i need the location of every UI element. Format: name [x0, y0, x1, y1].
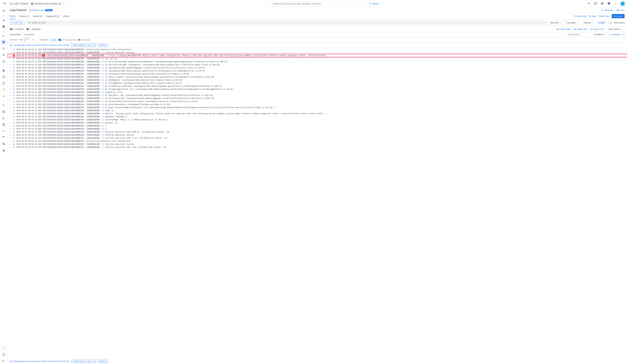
expand-row-icon[interactable]: ›	[10, 49, 12, 51]
extend-time-button[interactable]: Extend time by: 1 hour ▾	[71, 44, 96, 47]
wrap-lines-toggle[interactable]: Wrap lines	[78, 39, 90, 41]
log-row[interactable]: ›2024-05-03 09:52:22.805ext-firestore-ve…	[7, 103, 627, 106]
find-in-results[interactable]	[566, 33, 590, 36]
nav-trends-icon[interactable]	[0, 128, 7, 134]
global-search-button[interactable]: Search	[367, 1, 381, 6]
expand-row-icon[interactable]: ›	[10, 128, 12, 130]
log-row[interactable]: ›2024-05-03 09:52:22.805ext-firestore-ve…	[7, 109, 627, 112]
expand-row-icon[interactable]: ›	[10, 79, 12, 81]
nav-recommendations-icon[interactable]	[0, 134, 7, 141]
expand-row-icon[interactable]: ›	[10, 116, 12, 118]
nav-logs-router-icon[interactable]	[0, 46, 7, 52]
log-row[interactable]: ›2024-05-03 09:52:22.805ext-firestore-ve…	[7, 82, 627, 85]
nav-error-reporting-icon[interactable]	[0, 74, 7, 80]
expand-row-icon[interactable]: ›	[10, 61, 12, 63]
expand-row-icon[interactable]: ›	[10, 103, 12, 105]
expand-row-icon[interactable]: ›	[10, 140, 12, 142]
expand-row-icon[interactable]: ›	[10, 76, 12, 78]
tab-library[interactable]: Library	[63, 13, 69, 19]
expand-row-icon[interactable]: ›	[10, 52, 12, 53]
log-row[interactable]: ›2024-05-03 09:52:22.805ext-firestore-ve…	[7, 66, 627, 69]
share-link-button[interactable]: Share link	[601, 9, 613, 11]
timezone-picker[interactable]: CEST ▾	[24, 38, 29, 42]
log-row[interactable]: ›2024-05-03 09:52:17.309ext-firestore-ve…	[7, 48, 627, 51]
time-format-picker[interactable]: ▾	[32, 39, 34, 41]
expand-row-icon[interactable]: ›	[10, 131, 12, 133]
log-row[interactable]: ›2024-05-03 09:52:22.805ext-firestore-ve…	[7, 121, 627, 124]
edit-summary-button[interactable]: Edit	[50, 39, 57, 41]
search-fields-input[interactable]	[32, 22, 545, 24]
nav-marketplace-icon[interactable]	[1, 346, 6, 351]
log-row[interactable]: ›2024-05-03 09:52:22.805ext-firestore-ve…	[7, 118, 627, 121]
log-list[interactable]: ›2024-05-03 09:52:17.309ext-firestore-ve…	[7, 48, 627, 359]
jump-to-now-button[interactable]: Jump to now	[590, 27, 604, 31]
edit-time-button[interactable]: Edit time	[98, 44, 108, 47]
tab-saved[interactable]: Saved (0)	[33, 13, 42, 19]
log-row[interactable]: ›2024-05-03 09:52:22.916ext-firestore-ve…	[7, 133, 627, 137]
expand-row-icon[interactable]: ›	[10, 54, 12, 57]
log-row[interactable]: ›2024-05-03 09:52:22.805ext-firestore-ve…	[7, 63, 627, 66]
global-search-input[interactable]	[271, 1, 367, 6]
time-range-chip[interactable]: Last 1 hour	[10, 21, 25, 25]
expand-row-icon[interactable]: ›	[10, 64, 12, 66]
log-row[interactable]: ›2024-05-03 09:52:22.805ext-firestore-ve…	[7, 78, 627, 82]
nav-settings-icon[interactable]	[0, 141, 7, 147]
notifications-icon[interactable]	[600, 1, 604, 6]
search-fields[interactable]	[27, 21, 547, 25]
expand-row-icon[interactable]: ›	[10, 119, 12, 121]
log-row[interactable]: ›2024-05-03 09:52:22.805ext-firestore-ve…	[7, 124, 627, 127]
expand-row-icon[interactable]: ›	[10, 85, 12, 87]
log-row[interactable]: ›2024-05-03 09:52:22.805ext-firestore-ve…	[7, 69, 627, 72]
nav-trace-icon[interactable]	[0, 102, 7, 108]
nav-permissions-icon[interactable]	[0, 147, 7, 153]
find-input[interactable]	[568, 33, 591, 36]
extend-time-dropdown[interactable]: ▾	[93, 44, 96, 47]
sort-asc-icon[interactable]: ↑	[30, 39, 31, 41]
expand-row-icon[interactable]: ›	[10, 94, 12, 96]
log-row[interactable]: ›2024-05-03 09:52:17.394ext-firestore-ve…	[7, 51, 627, 54]
expand-row-icon[interactable]: ›	[10, 57, 12, 60]
log-row[interactable]: ›2024-05-03 09:52:22.805ext-firestore-ve…	[7, 72, 627, 75]
expand-row-icon[interactable]: ›	[10, 73, 12, 75]
extend-time-button[interactable]: Extend time by: 1 hour ▾	[71, 360, 96, 363]
more-actions-dropdown[interactable]: More actions	[607, 27, 625, 31]
log-row[interactable]: ›2024-05-03 09:52:22.805ext-firestore-ve…	[7, 88, 627, 91]
gemini-icon[interactable]	[587, 1, 591, 6]
expand-row-icon[interactable]: ›	[10, 137, 12, 139]
log-row[interactable]: ›2024-05-03 09:52:22.805ext-firestore-ve…	[7, 94, 627, 97]
nav-grid-icon[interactable]	[0, 24, 7, 30]
expand-row-icon[interactable]: ›	[10, 67, 12, 69]
nav-collapse-icon[interactable]	[0, 358, 7, 364]
nav-analytics-icon[interactable]	[0, 58, 7, 64]
nav-overview-icon[interactable]	[0, 8, 7, 14]
log-row[interactable]: ›2024-05-03 09:52:22.805ext-firestore-ve…	[7, 106, 627, 109]
log-row[interactable]: ›2024-05-03 09:52:22.904ext-firestore-ve…	[7, 130, 627, 133]
log-row[interactable]: ›2024-05-03 09:52:22.805ext-firestore-ve…	[7, 127, 627, 130]
nav-metrics-icon[interactable]	[0, 33, 7, 39]
log-row[interactable]: ›2024-05-03 09:52:22.805ext-firestore-ve…	[7, 115, 627, 118]
stream-logs-button[interactable]: Stream logs	[599, 15, 609, 17]
histogram-toggle[interactable]	[26, 28, 31, 30]
log-row[interactable]: ›2024-05-03 09:52:24.045ext-firestore-ve…	[7, 143, 627, 146]
log-row[interactable]: ›2024-05-03 09:52:22.805⊘ ext-firestore-…	[7, 54, 627, 57]
expand-row-icon[interactable]: ›	[10, 97, 12, 100]
log-row[interactable]: ›2024-05-03 09:52:22.805ext-firestore-ve…	[7, 85, 627, 88]
log-row[interactable]: ›2024-05-03 09:52:22.805ext-firestore-ve…	[7, 60, 627, 63]
expand-row-icon[interactable]: ›	[10, 143, 12, 145]
nav-uptime-icon[interactable]	[0, 80, 7, 86]
project-picker[interactable]: Firestore Vector Search Lab	[30, 2, 66, 6]
log-row[interactable]: ›2024-05-03 09:52:22.805ext-firestore-ve…	[7, 97, 627, 100]
run-query-button[interactable]: Run query	[612, 14, 625, 18]
edit-time-button[interactable]: Edit time	[98, 360, 108, 363]
learn-button[interactable]: Learn	[617, 9, 625, 11]
log-fields-toggle[interactable]	[10, 28, 14, 30]
log-row[interactable]: ›2024-05-03 09:52:24.050ext-firestore-ve…	[7, 146, 627, 149]
expand-row-icon[interactable]: ›	[10, 82, 12, 84]
nav-profiler-icon[interactable]	[0, 109, 7, 115]
resource-dropdown[interactable]: Resource	[549, 20, 563, 25]
log-row[interactable]: ›2024-05-03 09:52:22.805ext-firestore-ve…	[7, 91, 627, 94]
expand-row-icon[interactable]: ›	[10, 100, 12, 103]
tab-recent[interactable]: Recent (1)	[19, 13, 29, 19]
cloud-shell-icon[interactable]	[593, 1, 598, 6]
nav-release-notes-icon[interactable]	[0, 352, 7, 358]
